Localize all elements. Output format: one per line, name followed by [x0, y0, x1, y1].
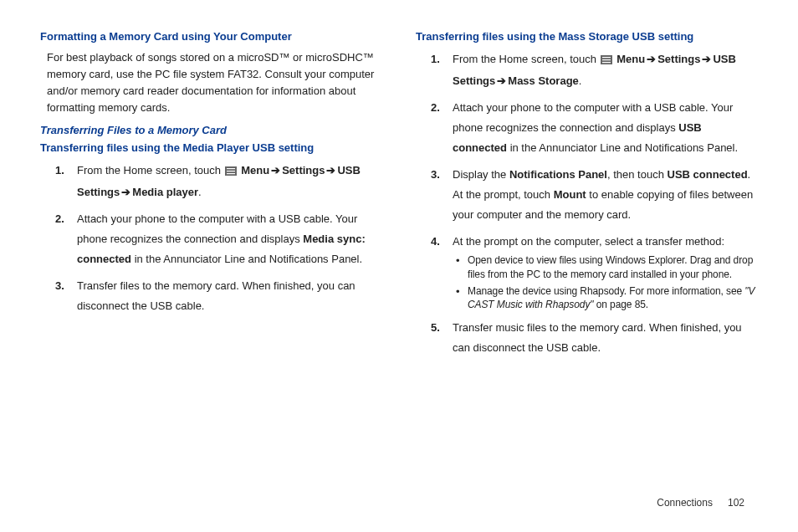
step-3: 3. Transfer files to the memory card. Wh…: [55, 276, 382, 316]
bullet-rhapsody: Manage the device using Rhapsody. For mo…: [456, 284, 758, 311]
heading-media-player-usb: Transferring files using the Media Playe…: [40, 141, 382, 154]
step-3: 3. Display the Notifications Panel, then…: [431, 165, 758, 225]
paragraph-format-info: For best playback of songs stored on a m…: [47, 49, 382, 117]
step-1: 1. From the Home screen, touch Menu➔Sett…: [431, 49, 758, 91]
media-player-label: Media player: [132, 186, 198, 198]
arrow-icon: ➔: [326, 164, 335, 176]
svg-rect-5: [602, 57, 611, 58]
right-column: Transferring files using the Mass Storag…: [416, 30, 758, 365]
step-2: 2. Attach your phone to the computer wit…: [431, 98, 758, 158]
page-body: Formatting a Memory Card using Your Comp…: [0, 0, 798, 381]
footer-section: Connections: [657, 497, 713, 509]
page-footer: Connections102: [657, 497, 744, 509]
svg-rect-2: [227, 171, 235, 171]
menu-icon: [601, 51, 612, 71]
step-1: 1. From the Home screen, touch Menu➔Sett…: [55, 161, 382, 202]
step-2: 2. Attach your phone to the computer wit…: [55, 209, 382, 269]
notifications-panel-label: Notifications Panel: [509, 168, 607, 181]
usb-connected-label: USB connected: [668, 168, 748, 181]
menu-icon: [225, 162, 237, 182]
menu-label: Menu: [241, 164, 269, 176]
step-2-text-c: in the Annunciator Line and Notification…: [507, 141, 738, 154]
step-5-text: Transfer music files to the memory card.…: [453, 321, 742, 354]
arrow-icon: ➔: [497, 74, 506, 87]
transfer-method-bullets: Open device to view files using Windows …: [456, 253, 758, 311]
step-1-text-a: From the Home screen, touch: [453, 53, 600, 65]
heading-transfer-files: Transferring Files to a Memory Card: [40, 124, 382, 136]
bullet-rhapsody-a: Manage the device using Rhapsody. For mo…: [468, 285, 744, 297]
svg-rect-6: [602, 59, 611, 60]
arrow-icon: ➔: [702, 53, 711, 65]
svg-rect-3: [227, 173, 235, 174]
settings-label: Settings: [657, 53, 700, 65]
step-3-text: Transfer files to the memory card. When …: [77, 279, 356, 312]
arrow-icon: ➔: [121, 186, 130, 198]
arrow-icon: ➔: [647, 53, 656, 65]
step-3-text-a: Display the: [453, 168, 509, 181]
svg-rect-7: [602, 62, 611, 63]
mount-label: Mount: [554, 188, 586, 201]
bullet-windows-explorer: Open device to view files using Windows …: [456, 253, 758, 280]
step-4: 4. At the prompt on the computer, select…: [431, 232, 758, 311]
step-2-text-c: in the Annunciator Line and Notification…: [131, 253, 362, 265]
heading-format-computer: Formatting a Memory Card using Your Comp…: [40, 30, 382, 43]
mass-storage-label: Mass Storage: [508, 74, 579, 87]
steps-media-player: 1. From the Home screen, touch Menu➔Sett…: [55, 161, 382, 316]
settings-label: Settings: [282, 164, 325, 176]
step-1-text-a: From the Home screen, touch: [77, 164, 224, 176]
bullet-rhapsody-c: on page 85.: [593, 299, 648, 310]
step-5: 5. Transfer music files to the memory ca…: [431, 318, 758, 358]
menu-label: Menu: [616, 53, 645, 65]
left-column: Formatting a Memory Card using Your Comp…: [40, 30, 382, 365]
arrow-icon: ➔: [271, 164, 280, 176]
steps-mass-storage: 1. From the Home screen, touch Menu➔Sett…: [431, 49, 758, 358]
svg-rect-1: [227, 168, 235, 169]
footer-page-number: 102: [728, 497, 744, 509]
heading-mass-storage-usb: Transferring files using the Mass Storag…: [416, 30, 758, 43]
step-3-text-c: , then touch: [607, 168, 668, 181]
step-4-text: At the prompt on the computer, select a …: [453, 235, 724, 248]
